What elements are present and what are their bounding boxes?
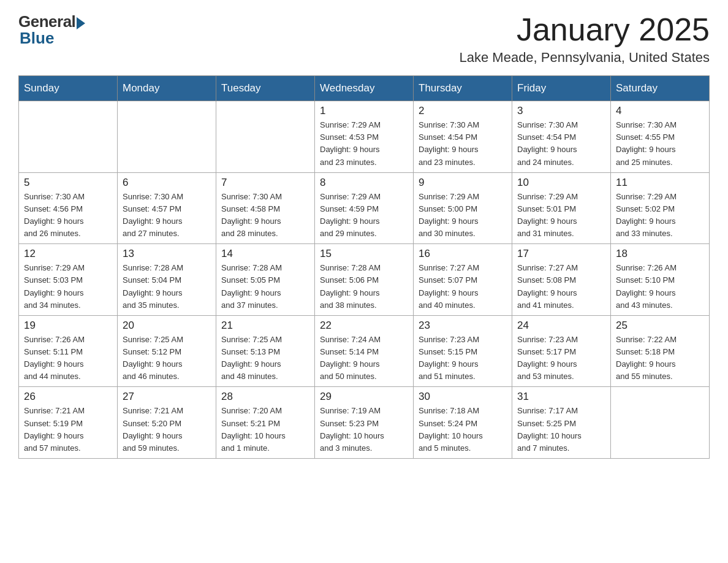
day-number: 13: [123, 248, 211, 260]
calendar-body: 1Sunrise: 7:29 AM Sunset: 4:53 PM Daylig…: [19, 101, 710, 459]
day-info: Sunrise: 7:23 AM Sunset: 5:17 PM Dayligh…: [517, 334, 605, 383]
day-number: 25: [616, 320, 704, 332]
column-header-sunday: Sunday: [19, 76, 118, 101]
calendar-cell: 11Sunrise: 7:29 AM Sunset: 5:02 PM Dayli…: [611, 172, 710, 244]
day-info: Sunrise: 7:28 AM Sunset: 5:06 PM Dayligh…: [320, 262, 408, 312]
day-number: 2: [419, 105, 507, 117]
calendar-cell: 20Sunrise: 7:25 AM Sunset: 5:12 PM Dayli…: [118, 315, 216, 387]
calendar-cell: 19Sunrise: 7:26 AM Sunset: 5:11 PM Dayli…: [19, 315, 118, 387]
day-info: Sunrise: 7:30 AM Sunset: 4:54 PM Dayligh…: [517, 119, 605, 169]
day-number: 4: [616, 105, 704, 117]
day-number: 17: [517, 248, 605, 260]
day-number: 15: [320, 248, 408, 260]
day-info: Sunrise: 7:28 AM Sunset: 5:05 PM Dayligh…: [221, 262, 309, 312]
calendar-cell: 1Sunrise: 7:29 AM Sunset: 4:53 PM Daylig…: [315, 101, 414, 173]
day-info: Sunrise: 7:17 AM Sunset: 5:25 PM Dayligh…: [517, 405, 605, 454]
day-info: Sunrise: 7:19 AM Sunset: 5:23 PM Dayligh…: [320, 405, 408, 454]
calendar-cell: 27Sunrise: 7:21 AM Sunset: 5:20 PM Dayli…: [118, 387, 216, 459]
day-info: Sunrise: 7:29 AM Sunset: 5:01 PM Dayligh…: [517, 191, 605, 240]
day-info: Sunrise: 7:30 AM Sunset: 4:54 PM Dayligh…: [419, 119, 507, 169]
day-number: 3: [517, 105, 605, 117]
page-header: General Blue January 2025 Lake Meade, Pe…: [18, 12, 710, 66]
day-info: Sunrise: 7:25 AM Sunset: 5:12 PM Dayligh…: [123, 334, 211, 383]
calendar-cell: 12Sunrise: 7:29 AM Sunset: 5:03 PM Dayli…: [19, 244, 118, 316]
calendar-cell: 5Sunrise: 7:30 AM Sunset: 4:56 PM Daylig…: [19, 172, 118, 244]
day-number: 28: [221, 391, 309, 403]
day-info: Sunrise: 7:21 AM Sunset: 5:19 PM Dayligh…: [24, 405, 112, 454]
day-info: Sunrise: 7:27 AM Sunset: 5:08 PM Dayligh…: [517, 262, 605, 312]
location-title: Lake Meade, Pennsylvania, United States: [460, 50, 710, 66]
column-header-saturday: Saturday: [611, 76, 710, 101]
day-number: 30: [419, 391, 507, 403]
day-number: 11: [616, 177, 704, 189]
calendar-cell: 14Sunrise: 7:28 AM Sunset: 5:05 PM Dayli…: [216, 244, 315, 316]
calendar-cell: 7Sunrise: 7:30 AM Sunset: 4:58 PM Daylig…: [216, 172, 315, 244]
day-info: Sunrise: 7:22 AM Sunset: 5:18 PM Dayligh…: [616, 334, 704, 383]
logo: General Blue: [18, 12, 85, 48]
day-number: 20: [123, 320, 211, 332]
calendar-cell: 29Sunrise: 7:19 AM Sunset: 5:23 PM Dayli…: [315, 387, 414, 459]
calendar-week-5: 26Sunrise: 7:21 AM Sunset: 5:19 PM Dayli…: [19, 387, 710, 459]
column-header-thursday: Thursday: [414, 76, 512, 101]
calendar-cell: [19, 101, 118, 173]
day-info: Sunrise: 7:29 AM Sunset: 4:53 PM Dayligh…: [320, 119, 408, 169]
day-number: 22: [320, 320, 408, 332]
column-header-wednesday: Wednesday: [315, 76, 414, 101]
day-number: 26: [24, 391, 112, 403]
day-info: Sunrise: 7:24 AM Sunset: 5:14 PM Dayligh…: [320, 334, 408, 383]
calendar-cell: 8Sunrise: 7:29 AM Sunset: 4:59 PM Daylig…: [315, 172, 414, 244]
month-title: January 2025: [460, 12, 710, 47]
day-number: 18: [616, 248, 704, 260]
calendar-cell: [216, 101, 315, 173]
calendar-cell: 17Sunrise: 7:27 AM Sunset: 5:08 PM Dayli…: [512, 244, 611, 316]
day-number: 9: [419, 177, 507, 189]
calendar-cell: 2Sunrise: 7:30 AM Sunset: 4:54 PM Daylig…: [414, 101, 512, 173]
day-info: Sunrise: 7:27 AM Sunset: 5:07 PM Dayligh…: [419, 262, 507, 312]
day-number: 5: [24, 177, 112, 189]
calendar-week-3: 12Sunrise: 7:29 AM Sunset: 5:03 PM Dayli…: [19, 244, 710, 316]
day-info: Sunrise: 7:25 AM Sunset: 5:13 PM Dayligh…: [221, 334, 309, 383]
calendar-cell: 30Sunrise: 7:18 AM Sunset: 5:24 PM Dayli…: [414, 387, 512, 459]
logo-blue-text: Blue: [20, 29, 54, 48]
calendar-header: SundayMondayTuesdayWednesdayThursdayFrid…: [19, 76, 710, 101]
calendar-week-4: 19Sunrise: 7:26 AM Sunset: 5:11 PM Dayli…: [19, 315, 710, 387]
day-info: Sunrise: 7:28 AM Sunset: 5:04 PM Dayligh…: [123, 262, 211, 312]
column-header-monday: Monday: [118, 76, 216, 101]
calendar-cell: 24Sunrise: 7:23 AM Sunset: 5:17 PM Dayli…: [512, 315, 611, 387]
day-number: 14: [221, 248, 309, 260]
day-info: Sunrise: 7:29 AM Sunset: 4:59 PM Dayligh…: [320, 191, 408, 240]
calendar-cell: 18Sunrise: 7:26 AM Sunset: 5:10 PM Dayli…: [611, 244, 710, 316]
day-info: Sunrise: 7:20 AM Sunset: 5:21 PM Dayligh…: [221, 405, 309, 454]
calendar-cell: 10Sunrise: 7:29 AM Sunset: 5:01 PM Dayli…: [512, 172, 611, 244]
day-info: Sunrise: 7:18 AM Sunset: 5:24 PM Dayligh…: [419, 405, 507, 454]
calendar-cell: 28Sunrise: 7:20 AM Sunset: 5:21 PM Dayli…: [216, 387, 315, 459]
day-info: Sunrise: 7:23 AM Sunset: 5:15 PM Dayligh…: [419, 334, 507, 383]
calendar-cell: 9Sunrise: 7:29 AM Sunset: 5:00 PM Daylig…: [414, 172, 512, 244]
day-number: 27: [123, 391, 211, 403]
calendar-week-2: 5Sunrise: 7:30 AM Sunset: 4:56 PM Daylig…: [19, 172, 710, 244]
logo-arrow-icon: [77, 17, 85, 29]
calendar-cell: 13Sunrise: 7:28 AM Sunset: 5:04 PM Dayli…: [118, 244, 216, 316]
column-header-tuesday: Tuesday: [216, 76, 315, 101]
day-info: Sunrise: 7:30 AM Sunset: 4:58 PM Dayligh…: [221, 191, 309, 240]
day-number: 29: [320, 391, 408, 403]
calendar-cell: 21Sunrise: 7:25 AM Sunset: 5:13 PM Dayli…: [216, 315, 315, 387]
day-info: Sunrise: 7:29 AM Sunset: 5:03 PM Dayligh…: [24, 262, 112, 312]
calendar-cell: [118, 101, 216, 173]
calendar-cell: 3Sunrise: 7:30 AM Sunset: 4:54 PM Daylig…: [512, 101, 611, 173]
day-number: 21: [221, 320, 309, 332]
day-info: Sunrise: 7:26 AM Sunset: 5:11 PM Dayligh…: [24, 334, 112, 383]
calendar-cell: 31Sunrise: 7:17 AM Sunset: 5:25 PM Dayli…: [512, 387, 611, 459]
calendar-cell: 16Sunrise: 7:27 AM Sunset: 5:07 PM Dayli…: [414, 244, 512, 316]
calendar-cell: 15Sunrise: 7:28 AM Sunset: 5:06 PM Dayli…: [315, 244, 414, 316]
calendar-cell: 6Sunrise: 7:30 AM Sunset: 4:57 PM Daylig…: [118, 172, 216, 244]
day-number: 31: [517, 391, 605, 403]
title-block: January 2025 Lake Meade, Pennsylvania, U…: [460, 12, 710, 66]
day-number: 10: [517, 177, 605, 189]
calendar-cell: 22Sunrise: 7:24 AM Sunset: 5:14 PM Dayli…: [315, 315, 414, 387]
calendar-cell: [611, 387, 710, 459]
day-number: 24: [517, 320, 605, 332]
calendar-cell: 23Sunrise: 7:23 AM Sunset: 5:15 PM Dayli…: [414, 315, 512, 387]
day-info: Sunrise: 7:26 AM Sunset: 5:10 PM Dayligh…: [616, 262, 704, 312]
column-header-friday: Friday: [512, 76, 611, 101]
